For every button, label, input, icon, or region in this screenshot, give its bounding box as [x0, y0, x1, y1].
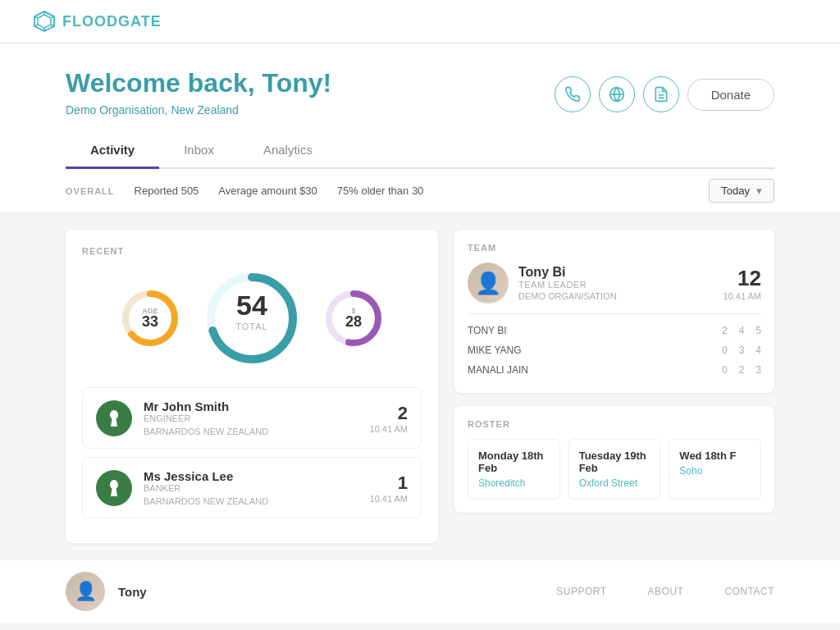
recent-label: RECENT — [82, 246, 422, 256]
team-card: TEAM 👤 Tony Bi TEAM LEADER DEMO ORGANISA… — [454, 230, 774, 393]
globe-button[interactable] — [599, 76, 635, 112]
logo-gate: GATE — [118, 13, 162, 30]
person-card-1: Mr John Smith ENGINEER BARNARDOS NEW ZEA… — [82, 387, 422, 449]
right-panel: TEAM 👤 Tony Bi TEAM LEADER DEMO ORGANISA… — [454, 230, 774, 543]
age-ring: AGE 33 — [117, 285, 183, 351]
roster-date-label-1: Monday 18th Feb — [478, 450, 550, 474]
member-name-1: TONY BI — [468, 325, 722, 336]
member-s2-1: 4 — [739, 325, 745, 336]
globe-icon — [609, 86, 625, 103]
roster-date-label-3: Wed 18th F — [679, 450, 751, 462]
dropdown-label: Today — [721, 185, 750, 197]
member-name-2: MIKE YANG — [468, 345, 722, 356]
member-s1-3: 0 — [722, 364, 728, 376]
total-ring-svg: 54 TOTAL — [203, 269, 301, 368]
svg-text:TOTAL: TOTAL — [235, 322, 267, 331]
roster-location-3: Soho — [679, 465, 751, 477]
logo-flood: FLOOD — [62, 13, 118, 30]
footer-links: SUPPORT ABOUT CONTACT — [556, 586, 774, 597]
footer-link-contact[interactable]: CONTACT — [724, 586, 774, 597]
age-stat: 75% older than 30 — [337, 185, 424, 197]
logo-icon — [33, 10, 56, 33]
donate-button[interactable]: Donate — [687, 79, 774, 111]
average-stat: Average amount $30 — [218, 185, 317, 197]
roster-location-1: Shoreditch — [478, 477, 550, 489]
tab-analytics[interactable]: Analytics — [239, 133, 337, 169]
roster-label: ROSTER — [468, 419, 761, 429]
roster-card: ROSTER Monday 18th Feb Shoreditch Tuesda… — [454, 406, 774, 513]
person-info-2: Ms Jessica Lee BANKER BARNARDOS NEW ZEAL… — [144, 469, 358, 506]
svg-text:33: 33 — [142, 313, 158, 330]
phone-icon — [564, 86, 581, 103]
age-ring-svg: AGE 33 — [117, 285, 183, 351]
leader-time: 10.41 AM — [724, 291, 761, 301]
footer: 👤 Tony SUPPORT ABOUT CONTACT — [0, 559, 840, 623]
logo-text: FLOODGATE — [62, 13, 162, 30]
tab-activity[interactable]: Activity — [66, 133, 159, 169]
logo: FLOODGATE — [33, 10, 162, 33]
person-count-2: 1 10.41 AM — [370, 472, 408, 504]
leader-name: Tony Bi — [518, 265, 714, 280]
member-s2-2: 3 — [739, 345, 745, 356]
person-org-2: BARNARDOS NEW ZEALAND — [144, 496, 358, 506]
footer-link-about[interactable]: ABOUT — [648, 586, 684, 597]
avatar-tree-icon-2 — [104, 478, 124, 498]
tab-inbox[interactable]: Inbox — [159, 133, 239, 169]
team-member-3: MANALI JAIN 0 2 3 — [468, 360, 761, 380]
recent-panel: RECENT AGE 33 54 TOTAL — [66, 230, 438, 543]
stats-bar: OVERALL Reported 505 Average amount $30 … — [0, 169, 840, 213]
today-dropdown[interactable]: Today ▾ — [709, 179, 774, 203]
member-stats-3: 0 2 3 — [722, 364, 761, 376]
hero-actions: Donate — [555, 76, 774, 112]
member-s2-3: 2 — [739, 364, 745, 376]
roster-location-2: Oxford Street — [579, 477, 651, 489]
person-num-1: 2 — [370, 403, 408, 424]
tab-bar: Activity Inbox Analytics — [66, 133, 774, 169]
member-stats-1: 2 4 5 — [722, 325, 761, 336]
app-header: FLOODGATE — [0, 0, 840, 43]
footer-link-support[interactable]: SUPPORT — [556, 586, 606, 597]
total-ring: 54 TOTAL — [203, 269, 301, 368]
phone-button[interactable] — [555, 76, 591, 112]
dollar-ring-svg: $ 28 — [321, 285, 386, 351]
svg-marker-1 — [38, 15, 51, 28]
roster-date-1: Monday 18th Feb Shoreditch — [468, 439, 560, 500]
roster-date-2: Tuesday 19th Feb Oxford Street — [568, 439, 661, 500]
document-button[interactable] — [643, 76, 679, 112]
person-role-1: ENGINEER — [144, 413, 358, 423]
roster-dates: Monday 18th Feb Shoreditch Tuesday 19th … — [468, 439, 761, 500]
chevron-down-icon: ▾ — [756, 185, 762, 197]
team-member-2: MIKE YANG 0 3 4 — [468, 340, 761, 360]
overall-label: OVERALL — [66, 186, 115, 196]
person-avatar-2 — [96, 470, 132, 506]
member-stats-2: 0 3 4 — [722, 345, 761, 356]
member-s3-3: 3 — [756, 364, 761, 376]
org-subtitle: Demo Organisation, New Zealand — [66, 103, 331, 116]
person-org-1: BARNARDOS NEW ZEALAND — [144, 427, 358, 436]
hero-section: Welcome back, Tony! Demo Organisation, N… — [0, 43, 840, 169]
leader-org: DEMO ORGANISATION — [518, 291, 714, 301]
person-time-1: 10.41 AM — [370, 424, 408, 434]
person-name-1: Mr John Smith — [144, 399, 358, 413]
roster-date-label-2: Tuesday 19th Feb — [579, 450, 651, 474]
team-members-list: TONY BI 2 4 5 MIKE YANG 0 3 4 — [468, 314, 761, 380]
team-leader-row: 👤 Tony Bi TEAM LEADER DEMO ORGANISATION … — [468, 262, 761, 314]
person-avatar-1 — [96, 400, 132, 436]
leader-role: TEAM LEADER — [518, 280, 714, 290]
chart-area: AGE 33 54 TOTAL $ 28 — [82, 269, 422, 368]
svg-text:54: 54 — [236, 290, 267, 321]
leader-avatar: 👤 — [468, 262, 509, 304]
avatar-tree-icon-1 — [104, 409, 124, 428]
team-label: TEAM — [468, 243, 761, 253]
person-num-2: 1 — [370, 472, 408, 494]
member-s3-2: 4 — [756, 345, 761, 356]
dollar-ring: $ 28 — [321, 285, 386, 351]
person-role-2: BANKER — [144, 483, 358, 493]
leader-num: 12 — [724, 266, 761, 291]
welcome-title: Welcome back, Tony! — [66, 68, 331, 98]
roster-date-3: Wed 18th F Soho — [669, 439, 761, 500]
person-card-2: Ms Jessica Lee BANKER BARNARDOS NEW ZEAL… — [82, 457, 422, 518]
member-name-3: MANALI JAIN — [468, 364, 722, 376]
leader-info: Tony Bi TEAM LEADER DEMO ORGANISATION — [518, 265, 714, 301]
member-s1-1: 2 — [722, 325, 728, 336]
